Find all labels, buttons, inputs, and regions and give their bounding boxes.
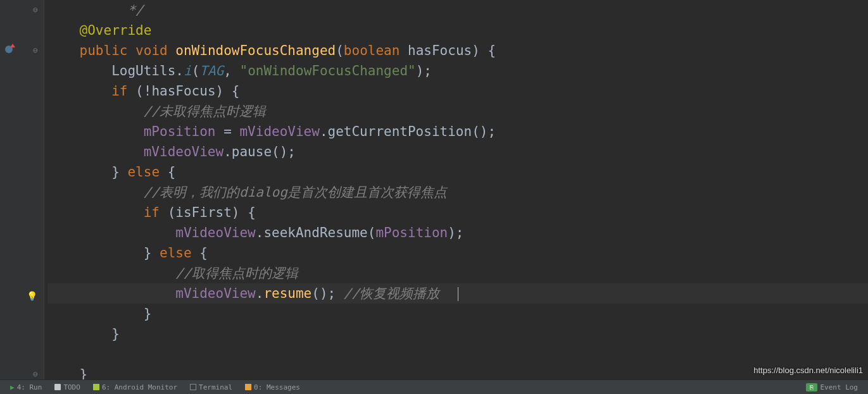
- code-line: mVideoView.seekAndResume(mPosition);: [47, 223, 868, 243]
- fold-end-icon[interactable]: ⊖: [33, 5, 38, 15]
- code-line: if (isFirst) {: [47, 202, 868, 223]
- code-line-current: mVideoView.resume(); //恢复视频播放: [47, 283, 868, 304]
- tool-event-log-button[interactable]: ⎘ Event Log: [800, 380, 864, 394]
- code-line: }: [47, 304, 868, 324]
- messages-icon: [245, 384, 251, 390]
- code-line: @Override: [47, 20, 868, 40]
- code-editor[interactable]: */ @Override public void onWindowFocusCh…: [44, 0, 868, 379]
- tool-messages-button[interactable]: 0: Messages: [239, 380, 306, 394]
- text-cursor: [458, 287, 458, 301]
- code-line: } else {: [47, 162, 868, 182]
- fold-begin-icon[interactable]: ⊖: [33, 46, 38, 55]
- code-line: //取得焦点时的逻辑: [47, 263, 868, 283]
- tool-run-button[interactable]: ▶ 4: Run: [4, 380, 48, 394]
- override-marker-icon[interactable]: [5, 46, 13, 55]
- code-line: mVideoView.pause();: [47, 142, 868, 162]
- tool-window-bar: ▶ 4: Run TODO 6: Android Monitor Termina…: [0, 379, 868, 394]
- tool-label: Terminal: [199, 383, 232, 391]
- watermark-text: https://blog.csdn.net/nicolelili1: [753, 366, 863, 375]
- terminal-icon: [190, 384, 196, 390]
- fold-end-icon[interactable]: ⊖: [33, 369, 38, 379]
- tool-label: 6: Android Monitor: [102, 383, 177, 391]
- tool-label: 0: Messages: [254, 383, 300, 391]
- tool-label: TODO: [63, 383, 80, 391]
- event-log-icon: ⎘: [806, 383, 817, 391]
- android-icon: [93, 384, 99, 390]
- run-icon: ▶: [10, 383, 15, 391]
- tool-terminal-button[interactable]: Terminal: [184, 380, 239, 394]
- code-line: public void onWindowFocusChanged(boolean…: [47, 40, 868, 61]
- intention-bulb-icon[interactable]: 💡: [27, 291, 37, 301]
- code-line: //表明，我们的dialog是首次创建且首次获得焦点: [47, 182, 868, 202]
- editor-gutter: ⊖ ⊖ 💡 ⊖: [0, 0, 44, 379]
- tool-todo-button[interactable]: TODO: [48, 380, 87, 394]
- code-line: LogUtils.i(TAG, "onWindowFocusChanged");: [47, 61, 868, 81]
- tool-label: Event Log: [820, 383, 858, 391]
- code-line: } else {: [47, 243, 868, 263]
- code-line: //未取得焦点时逻辑: [47, 101, 868, 121]
- tool-label: 4: Run: [17, 383, 42, 391]
- tool-android-monitor-button[interactable]: 6: Android Monitor: [87, 380, 184, 394]
- todo-icon: [54, 384, 61, 390]
- code-line: }: [47, 324, 868, 344]
- code-line: */: [47, 0, 868, 20]
- code-line: if (!hasFocus) {: [47, 81, 868, 101]
- code-line: mPosition = mVideoView.getCurrentPositio…: [47, 121, 868, 142]
- code-line: [47, 344, 868, 364]
